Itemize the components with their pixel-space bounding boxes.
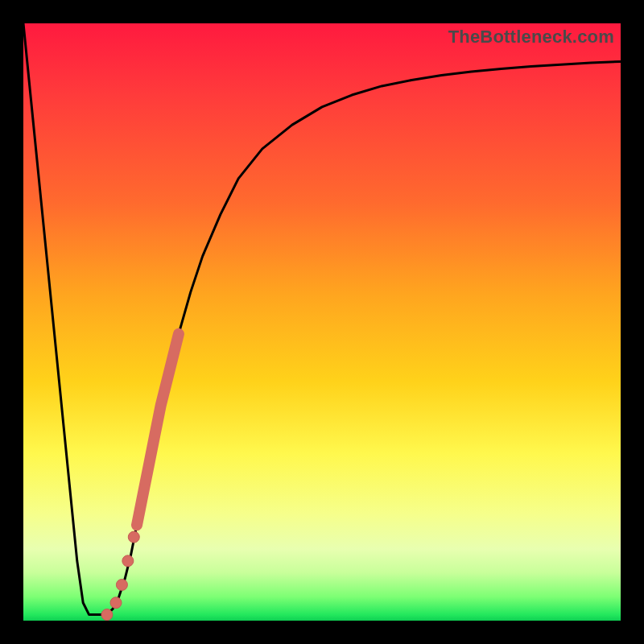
highlight-dot (101, 609, 113, 621)
curve-path (23, 23, 621, 615)
bottleneck-curve (23, 23, 621, 621)
chart-frame: TheBottleneck.com (0, 0, 644, 644)
highlight-dot (128, 531, 139, 543)
highlight-dot (110, 597, 122, 609)
plot-area: TheBottleneck.com (23, 23, 621, 621)
highlight-dot (116, 579, 127, 590)
highlight-segment (137, 334, 179, 525)
highlight-dot (122, 555, 134, 567)
